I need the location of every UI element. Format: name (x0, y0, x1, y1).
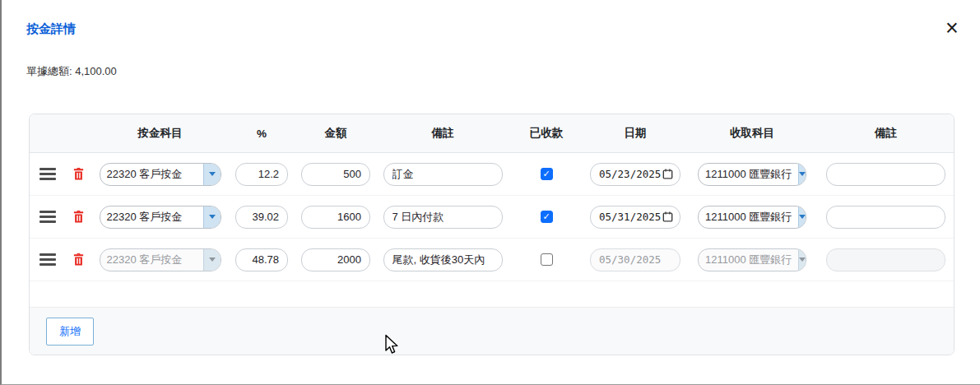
deposit-account-value: 22320 客戶按金 (100, 206, 203, 228)
receive-account-value: 1211000 匯豐銀行 (699, 164, 798, 185)
page-title: 按金詳情 (26, 21, 76, 37)
receive-account-value: 1211000 匯豐銀行 (699, 249, 798, 271)
remark-input[interactable] (383, 248, 503, 271)
document-total: 單據總額: 4,100.00 (26, 64, 117, 79)
date-input[interactable]: 05/30/2025 (590, 248, 680, 271)
deposit-account-value: 22320 客戶按金 (100, 249, 203, 271)
remark2-input[interactable] (826, 163, 945, 186)
chevron-down-icon (798, 206, 806, 228)
deposit-account-select[interactable]: 22320 客戶按金 (100, 248, 221, 271)
calendar-icon (662, 169, 673, 179)
amount-input[interactable] (301, 163, 370, 186)
received-checkbox[interactable]: ✓ (541, 211, 553, 223)
table-row: 22320 客戶按金 ✓ 05/31/2025 1211000 匯豐銀行 (30, 196, 954, 239)
received-checkbox[interactable] (541, 253, 553, 266)
receive-account-select[interactable]: 1211000 匯豐銀行 (698, 206, 806, 229)
table-header-row: 按金科目 % 金額 備註 已收款 日期 收取科目 備註 (30, 114, 954, 153)
deposit-details-modal: 按金詳情 × 單據總額: 4,100.00 按金科目 % 金額 備註 已收款 日… (0, 0, 980, 385)
received-checkbox[interactable]: ✓ (541, 168, 553, 180)
drag-handle-icon[interactable] (39, 253, 56, 266)
header-receive-account: 收取科目 (686, 126, 818, 141)
receive-account-select[interactable]: 1211000 匯豐銀行 (698, 248, 806, 271)
deposit-account-select[interactable]: 22320 客戶按金 (100, 206, 221, 229)
chevron-down-icon (203, 164, 221, 185)
close-icon[interactable]: × (942, 16, 962, 39)
date-input[interactable]: 05/31/2025 (590, 206, 680, 229)
header-received: 已收款 (509, 126, 584, 141)
table-body: 22320 客戶按金 ✓ 05/23/2025 1211000 匯豐銀行 (30, 153, 954, 281)
receive-account-value: 1211000 匯豐銀行 (699, 206, 798, 228)
date-input[interactable]: 05/23/2025 (590, 163, 680, 186)
deposit-table: 按金科目 % 金額 備註 已收款 日期 收取科目 備註 22320 客戶按金 (29, 114, 954, 355)
trash-icon (72, 210, 85, 224)
calendar-icon (662, 211, 673, 222)
table-footer: 新增 (30, 307, 954, 355)
percent-input[interactable] (235, 163, 288, 186)
drag-handle-icon[interactable] (39, 168, 56, 180)
chevron-down-icon (798, 249, 806, 271)
chevron-down-icon (203, 206, 221, 228)
remark-input[interactable] (383, 206, 503, 229)
delete-row-button[interactable] (72, 167, 85, 181)
header-remark2: 備註 (818, 126, 954, 141)
table-row: 22320 客戶按金 05/30/2025 1211000 匯豐銀行 (30, 239, 954, 281)
remark-input[interactable] (383, 163, 503, 186)
receive-account-select[interactable]: 1211000 匯豐銀行 (698, 163, 806, 186)
add-row-button[interactable]: 新增 (46, 318, 94, 346)
deposit-account-select[interactable]: 22320 客戶按金 (100, 163, 221, 186)
delete-row-button[interactable] (72, 253, 85, 267)
date-value: 05/23/2025 (599, 168, 661, 180)
remark2-input[interactable] (826, 248, 945, 271)
deposit-account-value: 22320 客戶按金 (100, 164, 203, 185)
remark2-input[interactable] (826, 206, 945, 229)
header-amount: 金額 (295, 126, 377, 141)
date-value: 05/31/2025 (599, 211, 661, 223)
chevron-down-icon (798, 164, 806, 185)
percent-input[interactable] (235, 206, 288, 229)
table-row: 22320 客戶按金 ✓ 05/23/2025 1211000 匯豐銀行 (30, 153, 954, 196)
chevron-down-icon (203, 249, 221, 271)
drag-handle-icon[interactable] (39, 211, 56, 223)
date-value: 05/30/2025 (599, 253, 661, 266)
delete-row-button[interactable] (72, 210, 85, 224)
trash-icon (72, 167, 85, 181)
trash-icon (72, 253, 85, 267)
header-deposit-account: 按金科目 (91, 126, 229, 141)
header-percent: % (229, 128, 295, 140)
header-remark: 備註 (377, 126, 509, 141)
percent-input[interactable] (235, 248, 288, 271)
amount-input[interactable] (301, 206, 370, 229)
header-date: 日期 (584, 126, 686, 141)
amount-input[interactable] (301, 248, 370, 271)
